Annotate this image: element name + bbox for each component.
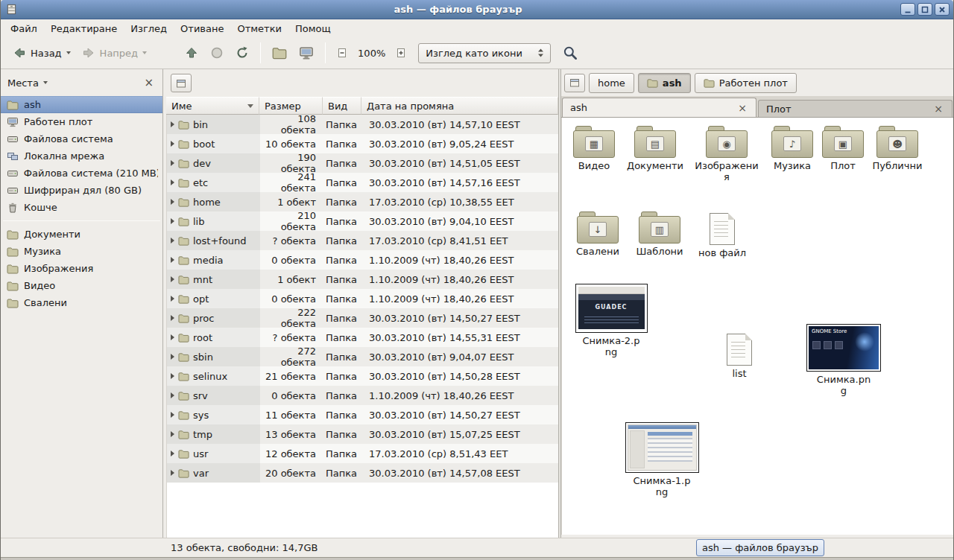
icon-item[interactable]: list bbox=[707, 334, 771, 380]
expander-icon[interactable] bbox=[171, 257, 174, 263]
minimize-button[interactable] bbox=[900, 3, 915, 16]
expander-icon[interactable] bbox=[171, 412, 174, 418]
places-dropdown-icon[interactable] bbox=[43, 81, 48, 84]
table-row[interactable]: media0 обектаПапка1.10.2009 (чт) 18,40,2… bbox=[167, 250, 558, 270]
table-row[interactable]: sbin272 обектаПапка30.03.2010 (вт) 9,04,… bbox=[167, 347, 558, 366]
table-row[interactable]: mnt1 обектПапка1.10.2009 (чт) 18,40,26 E… bbox=[167, 270, 558, 289]
expander-icon[interactable] bbox=[171, 334, 174, 340]
table-row[interactable]: proc222 обектаПапка30.03.2010 (вт) 14,50… bbox=[167, 308, 558, 328]
places-close-button[interactable]: × bbox=[142, 77, 156, 89]
forward-button[interactable]: Напред bbox=[76, 41, 152, 65]
sidebar-item[interactable]: Работен плот bbox=[1, 113, 162, 130]
icon-item[interactable]: ▥Шаблони bbox=[628, 211, 692, 258]
sidebar-item[interactable]: Музика bbox=[1, 243, 162, 260]
stop-button[interactable] bbox=[204, 41, 230, 65]
sidebar-item[interactable]: Файлова система (210 MB) bbox=[1, 165, 162, 182]
sidebar-item[interactable]: Файлова система bbox=[1, 130, 162, 147]
menu-item[interactable]: Отметки bbox=[230, 21, 288, 36]
icon-item[interactable]: GNOME StoreСнимка.png bbox=[806, 324, 881, 397]
column-header[interactable]: Вид bbox=[323, 97, 361, 115]
taskbar-window-button[interactable]: ash — файлов браузър bbox=[696, 539, 824, 556]
zoom-out-button[interactable] bbox=[331, 42, 353, 63]
icon-item[interactable]: GUADECСнимка-2.png bbox=[574, 284, 648, 358]
table-row[interactable]: sys11 обектаПапка30.03.2010 (вт) 14,50,2… bbox=[167, 405, 558, 424]
path-button[interactable]: ash bbox=[638, 73, 691, 93]
table-row[interactable]: lost+found? обектаПапка17.03.2010 (ср) 8… bbox=[167, 231, 558, 250]
home-folder-button[interactable] bbox=[266, 41, 293, 65]
expander-icon[interactable] bbox=[171, 276, 174, 282]
close-button[interactable] bbox=[935, 3, 950, 16]
expander-icon[interactable] bbox=[171, 296, 174, 302]
sidebar-item[interactable]: ash bbox=[1, 96, 162, 113]
expander-icon[interactable] bbox=[171, 160, 174, 166]
window-icon[interactable] bbox=[4, 3, 18, 16]
table-row[interactable]: tmp13 обектаПапка30.03.2010 (вт) 15,07,2… bbox=[167, 424, 558, 444]
table-row[interactable]: srv0 обектаПапка1.10.2009 (чт) 18,40,26 … bbox=[167, 386, 558, 405]
icon-item[interactable]: ▤Документи bbox=[623, 125, 687, 172]
expander-icon[interactable] bbox=[171, 315, 174, 321]
table-row[interactable]: dev190 обектаПапка30.03.2010 (вт) 14,51,… bbox=[167, 153, 558, 173]
expander-icon[interactable] bbox=[171, 141, 174, 147]
tab[interactable]: Плот× bbox=[758, 100, 953, 117]
expander-icon[interactable] bbox=[171, 238, 174, 244]
tab[interactable]: ash× bbox=[562, 98, 756, 117]
expander-icon[interactable] bbox=[171, 199, 174, 205]
expander-icon[interactable] bbox=[171, 392, 174, 398]
icon-item[interactable]: нов файл bbox=[690, 213, 754, 259]
pane-location-button[interactable] bbox=[171, 74, 192, 92]
expander-icon[interactable] bbox=[171, 121, 174, 127]
sidebar-item[interactable]: Свалени bbox=[1, 294, 162, 311]
table-row[interactable]: etc241 обектаПапка30.03.2010 (вт) 14,57,… bbox=[167, 173, 558, 192]
expander-icon[interactable] bbox=[171, 354, 174, 360]
expander-icon[interactable] bbox=[171, 431, 174, 437]
search-button[interactable] bbox=[557, 40, 584, 66]
pane-location-button-2[interactable] bbox=[564, 74, 585, 92]
sidebar-item[interactable]: Документи bbox=[1, 226, 162, 243]
column-header[interactable]: Име bbox=[166, 97, 259, 115]
sidebar-item[interactable]: Видео bbox=[1, 277, 162, 294]
path-button[interactable]: Работен плот bbox=[695, 73, 797, 93]
icon-view[interactable]: ▦Видео▤Документи◉Изображения♪Музика▣Плот… bbox=[561, 118, 953, 535]
icon-item[interactable]: ◉Изображения bbox=[695, 125, 759, 183]
icon-item[interactable]: Снимка-1.png bbox=[625, 422, 699, 498]
table-row[interactable]: boot10 обектаПапка30.03.2010 (вт) 9,05,2… bbox=[167, 134, 558, 153]
tab-close-icon[interactable]: × bbox=[932, 104, 944, 114]
sidebar-item[interactable]: Локална мрежа bbox=[1, 147, 162, 165]
menu-item[interactable]: Отиване bbox=[174, 21, 230, 36]
table-row[interactable]: home1 обектПапка17.03.2010 (ср) 10,38,55… bbox=[167, 192, 558, 211]
sidebar-item[interactable]: Изображения bbox=[1, 260, 162, 277]
table-row[interactable]: selinux21 обектаПапка30.03.2010 (вт) 14,… bbox=[167, 366, 558, 386]
back-dropdown-icon[interactable] bbox=[66, 51, 71, 54]
zoom-in-button[interactable] bbox=[390, 42, 412, 63]
expander-icon[interactable] bbox=[171, 218, 174, 224]
computer-button[interactable] bbox=[293, 41, 320, 65]
view-mode-select[interactable]: Изглед като икони bbox=[418, 43, 551, 63]
sidebar-item[interactable]: Шифриран дял (80 GB) bbox=[1, 182, 162, 199]
table-row[interactable]: root? обектаПапка30.03.2010 (вт) 14,55,3… bbox=[167, 328, 558, 347]
expander-icon[interactable] bbox=[171, 179, 174, 185]
table-row[interactable]: var20 обектаПапка30.03.2010 (вт) 14,57,0… bbox=[167, 463, 558, 483]
column-header[interactable]: Дата на промяна bbox=[361, 97, 558, 115]
table-row[interactable]: lib210 обектаПапка30.03.2010 (вт) 9,04,1… bbox=[167, 211, 558, 231]
table-row[interactable]: opt0 обектаПапка1.10.2009 (чт) 18,40,26 … bbox=[167, 289, 558, 308]
sidebar-item[interactable]: Кошче bbox=[1, 199, 162, 216]
maximize-button[interactable] bbox=[917, 3, 932, 16]
expander-icon[interactable] bbox=[171, 470, 174, 476]
menu-item[interactable]: Помощ bbox=[288, 21, 338, 36]
expander-icon[interactable] bbox=[171, 451, 174, 456]
expander-icon[interactable] bbox=[171, 373, 174, 379]
path-button[interactable]: home bbox=[589, 73, 634, 93]
back-button[interactable]: Назад bbox=[7, 41, 76, 65]
menu-item[interactable]: Файл bbox=[4, 21, 44, 36]
icon-item[interactable]: ☻Публични bbox=[865, 125, 929, 172]
tab-close-icon[interactable]: × bbox=[736, 103, 748, 113]
reload-button[interactable] bbox=[230, 41, 255, 65]
column-header[interactable]: Размер bbox=[259, 97, 323, 115]
menu-item[interactable]: Изглед bbox=[124, 21, 174, 36]
up-button[interactable] bbox=[179, 41, 204, 65]
icon-item[interactable]: ▦Видео bbox=[562, 125, 626, 172]
table-row[interactable]: bin108 обектаПапка30.03.2010 (вт) 14,57,… bbox=[167, 115, 558, 134]
menu-item[interactable]: Редактиране bbox=[44, 21, 124, 36]
icon-item[interactable]: ↓Свалени bbox=[566, 211, 630, 258]
table-row[interactable]: usr12 обектаПапка17.03.2010 (ср) 8,51,43… bbox=[167, 444, 558, 463]
